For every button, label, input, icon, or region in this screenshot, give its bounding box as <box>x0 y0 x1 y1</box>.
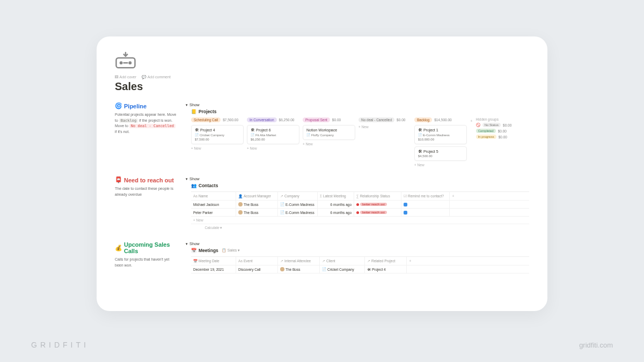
people-icon: 👥 <box>191 183 197 188</box>
moneybag-icon: 💰 <box>115 245 122 252</box>
board-card[interactable]: 🛠Project 1📄E-Comm Madness$10,000.00 <box>414 125 467 144</box>
table-header[interactable]: ↗Related Project <box>365 257 407 265</box>
projects-db-title[interactable]: 📒 Projects <box>191 109 529 114</box>
table-header[interactable]: ☑Remind me to contact? <box>401 192 450 200</box>
page-icon: 📄 <box>251 133 254 137</box>
checkbox[interactable] <box>404 211 407 215</box>
reach-description: The date to contact these people is alre… <box>115 186 177 197</box>
status-pill[interactable]: Proposal Sent <box>303 117 330 122</box>
svg-point-1 <box>120 62 122 64</box>
board-column: Scheduling Call$7,500.00🛠Project 4📄Crick… <box>191 117 244 167</box>
table-row[interactable]: December 19, 2021 Discovery Call The Bos… <box>191 265 529 274</box>
board-column: Backlog$14,500.00🛠Project 1📄E-Comm Madne… <box>414 117 467 167</box>
column-sum: $0.00 <box>332 118 341 122</box>
folder-icon: 📒 <box>191 109 197 114</box>
new-card-button[interactable]: + New <box>358 125 411 129</box>
page-icon[interactable] <box>115 51 529 72</box>
caret-down-icon: ▾ <box>186 103 188 107</box>
avatar <box>238 202 243 206</box>
status-pill[interactable]: In Conversation <box>247 117 277 122</box>
reach-heading: 📮 Need to reach out <box>115 176 177 183</box>
add-column-button[interactable]: + <box>407 257 529 265</box>
page-icon: 📄 <box>280 202 284 206</box>
status-pill[interactable]: No deal - Cancelled <box>358 117 394 122</box>
mailbox-icon: 📮 <box>115 176 122 183</box>
pipeline-heading: 🌀 Pipeline <box>115 102 177 109</box>
caret-down-icon: ▾ <box>186 177 188 181</box>
board-column: Proposal Sent$0.00Notion Workspace📄Fluff… <box>303 117 355 167</box>
contacts-db-title[interactable]: 👥 Contacts <box>191 183 529 188</box>
calculate-button[interactable]: Calculate ▾ <box>191 224 236 232</box>
table-header[interactable]: ↗Internal Attendee <box>278 257 320 265</box>
hidden-group-row[interactable]: In progress$0.00 <box>476 135 519 139</box>
table-header[interactable]: AaEvent <box>236 257 278 265</box>
checkbox[interactable] <box>404 203 407 206</box>
tool-icon: 🛠 <box>418 150 422 153</box>
brand-wordmark: GRIDFITI <box>31 341 89 349</box>
hidden-group-row[interactable]: Completed$0.00 <box>476 129 519 133</box>
table-header[interactable]: ΣLatest Meeting <box>318 192 354 200</box>
board-card[interactable]: Notion Workspace📄Fluffy Company <box>303 125 355 140</box>
table-header[interactable]: ↗Company <box>278 192 318 200</box>
new-card-button[interactable]: + New <box>303 142 355 146</box>
calls-description: Calls for projects that haven't yet been… <box>115 257 177 268</box>
avatar <box>238 210 243 215</box>
tool-icon: 🛠 <box>195 128 199 132</box>
table-row[interactable]: Michael Jackson The Boss 📄 E-Comm Madnes… <box>191 201 529 209</box>
add-column-button[interactable]: + <box>470 119 473 167</box>
status-badge: better reach out <box>360 203 387 206</box>
table-header[interactable]: 👤Account Manager <box>236 192 278 200</box>
meetings-db-title[interactable]: 📅 Meetings 📋 Sales ▾ <box>191 248 529 253</box>
calendar-icon: 📅 <box>191 248 197 253</box>
avatar <box>280 267 284 271</box>
add-comment-button[interactable]: 💬 Add comment <box>142 75 171 79</box>
tool-icon: 🛠 <box>367 268 371 271</box>
table-header[interactable]: ∑Relationship Status <box>354 192 401 200</box>
page-title[interactable]: Sales <box>115 80 529 93</box>
column-sum: $7,500.00 <box>223 118 238 122</box>
page-icon: 📄 <box>280 210 284 215</box>
table-row[interactable]: Peter Parker The Boss 📄 E-Comm Madness 6… <box>191 209 529 217</box>
table-header[interactable]: 📅Meeting Date <box>191 257 236 265</box>
status-pill[interactable]: Scheduling Call <box>191 117 221 122</box>
table-header[interactable]: AaName <box>191 192 236 200</box>
new-card-button[interactable]: + New <box>414 163 467 167</box>
pipeline-description: Potential projects appear here. Move to … <box>115 112 177 135</box>
page-icon: 📄 <box>306 133 310 137</box>
board-column: In Conversation$6,250.00🛠Project 6📄Fit A… <box>247 117 299 167</box>
board-column: No deal - Cancelled$0.00+ New <box>358 117 411 167</box>
globe-icon: 🌀 <box>115 102 122 109</box>
svg-point-2 <box>129 62 131 64</box>
caret-down-icon: ▾ <box>186 242 188 246</box>
tool-icon: 🛠 <box>251 128 254 132</box>
pipeline-toggle[interactable]: ▾ Show <box>186 102 529 107</box>
page-icon: 📄 <box>195 133 199 137</box>
column-sum: $0.00 <box>397 118 405 122</box>
tool-icon: 🛠 <box>418 128 422 132</box>
board-card[interactable]: 🛠Project 6📄Fit Alta Market$6,250.00 <box>247 125 299 144</box>
view-selector[interactable]: 📋 Sales ▾ <box>222 248 240 253</box>
board-card[interactable]: 🛠Project 5$4,500.00 <box>414 146 467 161</box>
add-cover-button[interactable]: 🖼 Add cover <box>115 75 136 79</box>
table-header[interactable]: ↗Client <box>320 257 365 265</box>
column-sum: $6,250.00 <box>279 118 295 122</box>
status-dot-icon <box>356 203 359 206</box>
add-column-button[interactable]: + <box>450 192 529 200</box>
reach-toggle[interactable]: ▾ Show <box>186 176 529 181</box>
page-icon: 📄 <box>322 267 326 271</box>
new-row-button[interactable]: + New <box>191 217 206 224</box>
status-dot-icon <box>356 211 359 214</box>
board-card[interactable]: 🛠Project 4📄Cricket Company$7,500.00 <box>191 125 244 144</box>
calls-toggle[interactable]: ▾ Show <box>186 241 529 246</box>
new-card-button[interactable]: + New <box>191 146 244 150</box>
page-icon: 📄 <box>418 133 422 137</box>
hidden-group-row[interactable]: 🚫No Status$0.00 <box>476 123 519 127</box>
brand-url: gridfiti.com <box>579 341 613 349</box>
calls-heading: 💰 Upcoming Sales Calls <box>115 241 177 254</box>
status-pill[interactable]: Backlog <box>414 117 432 122</box>
column-sum: $14,500.00 <box>434 118 452 122</box>
hidden-groups: Hidden groups🚫No Status$0.00Completed$0.… <box>476 117 519 167</box>
new-card-button[interactable]: + New <box>247 146 299 150</box>
status-badge: better reach out <box>360 211 387 214</box>
